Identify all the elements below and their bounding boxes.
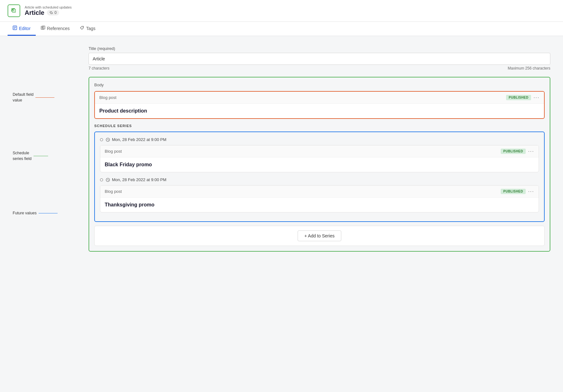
schedule-card-1-header: Blog post PUBLISHED ··· [100,145,539,157]
tab-tags[interactable]: Tags [75,22,101,36]
body-section: Body Blog post PUBLISHED ··· Product des… [89,77,550,252]
schedule-card-2-header: Blog post PUBLISHED ··· [100,186,539,198]
annotation-future-values: Future values [13,211,58,216]
tags-icon [80,26,84,31]
schedule-card-2-body: Thanksgiving promo [100,198,539,212]
default-card-body: Product description [95,104,544,118]
schedule-time-text-2: Mon, 28 Feb 2022 at 9:00 PM [106,177,166,182]
tab-editor-label: Editor [19,26,31,31]
default-card-title: Product description [99,108,540,114]
default-card-header: Blog post PUBLISHED ··· [95,92,544,104]
link-count-badge: 0 [47,10,59,15]
schedule-card-1-more-button[interactable]: ··· [528,149,534,154]
header-title: Article 0 [25,9,72,16]
schedule-card-1: Blog post PUBLISHED ··· Black Friday pro… [100,145,539,172]
content-area: Title (required) 7 characters Maximum 25… [89,46,550,252]
schedule-card-2-status: PUBLISHED [501,189,525,194]
timeline-dot-2 [100,178,103,181]
schedule-series-container: Mon, 28 Feb 2022 at 9:00 PM Blog post PU… [94,132,545,222]
annotation-schedule-line [34,156,48,156]
schedule-card-1-type: Blog post [105,149,122,154]
article-icon [8,4,20,17]
schedule-series-label: SCHEDULE SERIES [94,124,545,128]
header-text-block: Article with scheduled updates Article 0 [25,5,72,16]
schedule-card-1-actions: PUBLISHED ··· [501,149,534,154]
labels-area: Default fieldvalue Scheduleseries field … [13,46,89,252]
schedule-time-row-2: Mon, 28 Feb 2022 at 9:00 PM [100,177,539,182]
title-field-label: Title (required) [89,46,550,51]
schedule-item-2: Mon, 28 Feb 2022 at 9:00 PM Blog post PU… [100,177,539,212]
schedule-card-2-actions: PUBLISHED ··· [501,189,534,194]
tab-references[interactable]: References [36,22,75,36]
default-card-more-button[interactable]: ··· [534,95,540,100]
annotation-schedule-label: Scheduleseries field [13,150,32,162]
schedule-time-text-1: Mon, 28 Feb 2022 at 9:00 PM [106,137,166,142]
schedule-card-2-more-button[interactable]: ··· [528,189,534,194]
schedule-card-2: Blog post PUBLISHED ··· Thanksgiving pro… [100,185,539,212]
schedule-card-2-title: Thanksgiving promo [105,202,534,208]
schedule-time-row-1: Mon, 28 Feb 2022 at 9:00 PM [100,137,539,142]
app-header: Article with scheduled updates Article 0 [0,0,563,22]
title-section: Title (required) 7 characters Maximum 25… [89,46,550,70]
add-to-series-area: + Add to Series [94,226,545,246]
tab-references-label: References [47,26,70,31]
svg-point-4 [83,27,83,28]
title-meta: 7 characters Maximum 256 characters [89,66,550,70]
annotation-future-line [39,213,58,213]
header-subtitle: Article with scheduled updates [25,5,72,9]
timeline-dot-1 [100,138,103,141]
title-input[interactable] [89,53,550,65]
annotation-schedule-series: Scheduleseries field [13,150,48,162]
default-card-status: PUBLISHED [506,95,531,100]
add-to-series-button[interactable]: + Add to Series [298,230,341,241]
tab-editor[interactable]: Editor [8,22,36,36]
editor-icon [13,26,17,31]
references-icon [41,26,45,31]
schedule-card-1-body: Black Friday promo [100,157,539,172]
default-card-actions: PUBLISHED ··· [506,95,540,100]
annotation-future-label: Future values [13,211,37,216]
char-count: 7 characters [89,66,109,70]
body-label: Body [94,83,545,87]
main-content: Default fieldvalue Scheduleseries field … [0,36,563,262]
schedule-card-1-title: Black Friday promo [105,162,534,168]
schedule-card-1-status: PUBLISHED [501,149,525,154]
clock-icon-1 [106,138,110,142]
tab-tags-label: Tags [86,26,96,31]
tabs-bar: Editor References Tags [0,22,563,36]
default-card-type: Blog post [99,95,116,100]
annotation-default-field-label: Default fieldvalue [13,92,34,103]
annotation-default-field: Default fieldvalue [13,92,54,103]
clock-icon-2 [106,178,110,182]
max-chars: Maximum 256 characters [508,66,550,70]
annotation-default-line [35,97,54,98]
default-content-card: Blog post PUBLISHED ··· Product descript… [94,91,545,119]
schedule-card-2-type: Blog post [105,189,122,194]
schedule-item-1: Mon, 28 Feb 2022 at 9:00 PM Blog post PU… [100,137,539,172]
